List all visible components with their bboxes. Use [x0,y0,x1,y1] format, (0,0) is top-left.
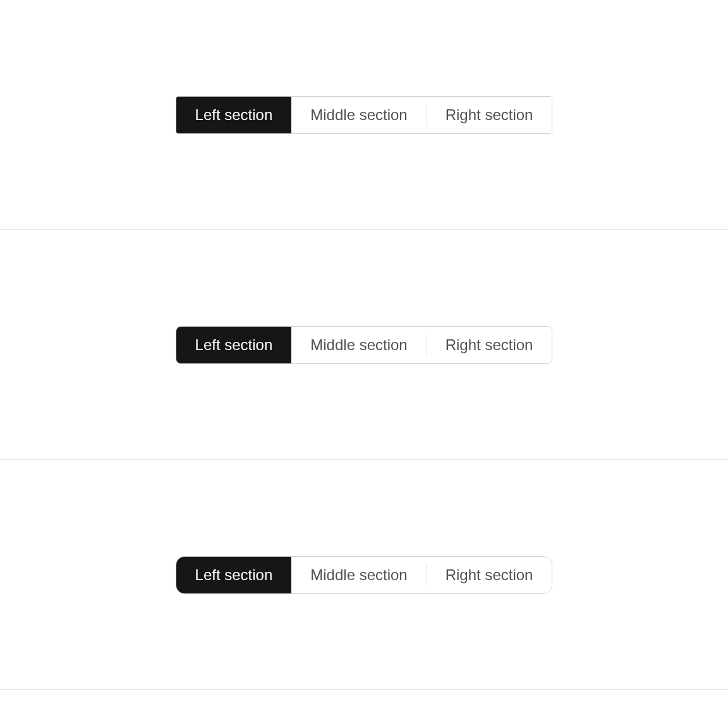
example-row-3: Left section Middle section Right sectio… [0,460,728,690]
segmented-control: Left section Middle section Right sectio… [176,326,553,364]
segment-label: Left section [195,106,273,124]
segmented-control: Left section Middle section Right sectio… [176,96,553,134]
segment-right[interactable]: Right section [427,557,552,593]
segmented-control: Left section Middle section Right sectio… [176,556,553,594]
example-row-2: Left section Middle section Right sectio… [0,230,728,460]
segment-right[interactable]: Right section [427,97,552,133]
segment-label: Right section [446,566,533,584]
segment-left[interactable]: Left section [176,557,292,593]
segment-right[interactable]: Right section [427,327,552,363]
segment-label: Left section [195,566,273,584]
segment-label: Right section [446,336,533,354]
segment-left[interactable]: Left section [176,327,292,363]
segment-label: Middle section [310,336,407,354]
segment-middle[interactable]: Middle section [291,327,426,363]
segment-middle[interactable]: Middle section [291,97,426,133]
segment-label: Middle section [310,566,407,584]
example-row-1: Left section Middle section Right sectio… [0,0,728,230]
segment-label: Left section [195,336,273,354]
segment-middle[interactable]: Middle section [291,557,426,593]
segment-left[interactable]: Left section [176,97,292,133]
segment-label: Middle section [310,106,407,124]
segment-label: Right section [446,106,533,124]
